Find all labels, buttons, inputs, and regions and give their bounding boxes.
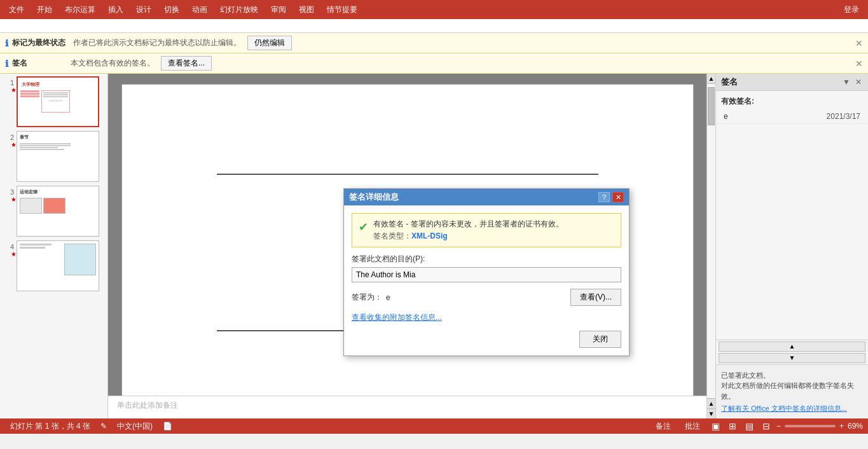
edit-icon: ✎	[95, 422, 112, 431]
view-signature-button[interactable]: 查看签名...	[161, 56, 212, 71]
status-right: 备注 批注 ▣ ⊞ ▤ ⊟ − + 69%	[651, 420, 863, 432]
dialog-title-buttons: ? ✕	[598, 192, 624, 202]
slide-num-3: 3	[3, 186, 14, 196]
view-normal-button[interactable]: ▣	[709, 420, 722, 432]
slide-star-3: ★	[11, 196, 17, 203]
sig-panel-title: 签名	[721, 76, 738, 88]
slide-image-1[interactable]: 大学物理 CONTENTS	[17, 76, 99, 127]
close-infobar2-button[interactable]: ✕	[855, 59, 863, 69]
sig-footer-text1: 已签署此文档。	[721, 370, 863, 381]
slide-num-1: 1	[3, 76, 14, 86]
close-infobar1-button[interactable]: ✕	[855, 38, 863, 48]
slide-note-area[interactable]: 单击此处添加备注	[108, 396, 706, 418]
view-menu[interactable]: 视图	[293, 2, 320, 18]
still-edit-button[interactable]: 仍然编辑	[247, 36, 292, 50]
sig-footer-text2: 对此文档所做的任何编辑都将使数字签名失效。	[721, 380, 863, 401]
slide-panel: 1 ★ 大学物理	[0, 74, 108, 418]
login-button[interactable]: 登录	[837, 2, 865, 18]
slide-image-2[interactable]: 章节	[17, 131, 99, 182]
review-menu[interactable]: 审阅	[265, 2, 293, 18]
zoom-slider[interactable]	[785, 425, 836, 427]
info-bar-final-state: ℹ 标记为最终状态 作者已将此演示文档标记为最终状态以防止编辑。 仍然编辑 ✕	[0, 33, 868, 53]
divider-top	[217, 174, 598, 175]
start-menu[interactable]: 开始	[31, 2, 59, 18]
signer-label: 签署为：	[352, 292, 382, 303]
zoom-value: 69%	[848, 422, 863, 431]
view-grid-button[interactable]: ⊞	[726, 420, 739, 432]
menu-bar: 文件 开始 布尔运算 插入 设计 切换 动画 幻灯片放映 审阅 视图 情节提要 …	[0, 0, 868, 19]
storyboard-menu[interactable]: 情节提要	[320, 2, 364, 18]
info-icon-1: ℹ	[5, 38, 8, 48]
signer-row: 签署为： e 查看(V)...	[352, 289, 621, 306]
dialog-sig-type: 签名类型：XML-DSig	[373, 231, 563, 242]
sig-panel-header: 签名 ▼ ✕	[716, 74, 868, 91]
sig-scroll-up-btn[interactable]: ▲	[719, 342, 865, 352]
slide-thumb-3[interactable]: 3 ★ 运动定律	[3, 186, 105, 237]
sig-type-value: XML-DSig	[411, 231, 448, 240]
slide-image-3[interactable]: 运动定律	[17, 186, 99, 237]
check-icon: ✔	[359, 220, 368, 234]
signature-panel: 签名 ▼ ✕ 有效签名: e 2021/3/17 ▲ ▼ 已签署此文档。 对此文…	[715, 74, 868, 418]
scroll-arrow-down[interactable]: ▼	[707, 408, 715, 418]
sig-item-1[interactable]: e 2021/3/17	[716, 109, 868, 124]
sig-panel-close-button[interactable]: ✕	[854, 76, 863, 88]
note-placeholder: 单击此处添加备注	[117, 401, 178, 410]
slide-thumb-1[interactable]: 1 ★ 大学物理	[3, 76, 105, 127]
view-certificate-button[interactable]: 查看(V)...	[570, 289, 621, 306]
dialog-info-box: ✔ 有效签名 - 签署的内容未更改，并且签署者的证书有效。 签名类型：XML-D…	[352, 213, 621, 247]
dialog-title: 签名详细信息	[349, 191, 399, 203]
scroll-arrow-up2[interactable]: ▲	[707, 398, 715, 408]
sig-item-date: 2021/3/17	[827, 112, 860, 121]
calculate-menu[interactable]: 布尔运算	[59, 2, 102, 18]
signature-detail-dialog[interactable]: 签名详细信息 ? ✕ ✔ 有效签名 - 签署的内容未更改，并且签署者的证书有效。	[343, 188, 630, 356]
signer-value: e	[386, 293, 567, 302]
cut-menu[interactable]: 切换	[158, 2, 186, 18]
dialog-help-button[interactable]: ?	[598, 192, 610, 202]
sig-footer-link[interactable]: 了解有关 Office 文档中签名的详细信息...	[721, 404, 863, 413]
canvas-wrapper: 内容概要 CONTENTS 签名详细信息 ? ✕	[108, 74, 715, 418]
slide-info: 幻灯片 第 1 张，共 4 张	[5, 421, 95, 432]
status-bar: 幻灯片 第 1 张，共 4 张 ✎ 中文(中国) 📄 备注 批注 ▣ ⊞ ▤ ⊟…	[0, 418, 868, 434]
slide-image-4[interactable]	[17, 240, 99, 291]
sig-panel-dropdown-button[interactable]: ▼	[841, 76, 851, 88]
design-menu[interactable]: 设计	[130, 2, 158, 18]
info-bar-signature: ℹ 签名 本文档包含有效的签名。 查看签名... ✕	[0, 53, 868, 74]
info-title-1: 标记为最终状态	[12, 38, 65, 48]
dialog-footer: 关闭	[352, 331, 621, 348]
ribbon	[0, 19, 868, 33]
doc-icon: 📄	[158, 422, 177, 431]
scroll-up-button[interactable]: ▲	[707, 74, 715, 84]
info-text-1: 作者已将此演示文档标记为最终状态以防止编辑。	[73, 38, 241, 48]
slide-star-1: ★	[11, 86, 17, 93]
slide-star-4: ★	[11, 251, 17, 258]
sig-panel-controls: ▼ ✕	[841, 76, 863, 88]
view-list-button[interactable]: ▤	[743, 420, 756, 432]
mini-title-2: 章节	[20, 134, 96, 141]
mini-title-1: 大学物理	[20, 80, 41, 89]
file-menu[interactable]: 文件	[3, 2, 31, 18]
insert-menu[interactable]: 插入	[102, 2, 130, 18]
purpose-input[interactable]	[352, 267, 621, 282]
slideshow-menu[interactable]: 幻灯片放映	[214, 2, 265, 18]
view-outline-button[interactable]: ⊟	[760, 420, 773, 432]
zoom-plus: +	[839, 422, 844, 431]
dialog-valid-text: 有效签名 - 签署的内容未更改，并且签署者的证书有效。	[373, 219, 563, 230]
canvas-vertical-scrollbar[interactable]: ▲ ▲ ▼	[706, 74, 715, 418]
note-label[interactable]: 批注	[680, 421, 705, 432]
dialog-titlebar: 签名详细信息 ? ✕	[344, 189, 629, 205]
dialog-close-button[interactable]: 关闭	[579, 331, 621, 348]
scroll-track	[707, 84, 715, 398]
slide-num-4: 4	[3, 240, 14, 251]
sig-panel-footer: 已签署此文档。 对此文档所做的任何编辑都将使数字签名失效。 了解有关 Offic…	[716, 364, 868, 419]
scroll-thumb[interactable]	[708, 87, 715, 125]
animate-menu[interactable]: 动画	[186, 2, 214, 18]
comment-label[interactable]: 备注	[651, 421, 676, 432]
purpose-label: 签署此文档的目的(P):	[352, 254, 621, 265]
additional-sig-info-link[interactable]: 查看收集的附加签名信息...	[352, 312, 621, 323]
slide-thumb-4[interactable]: 4 ★	[3, 240, 105, 291]
slide-thumb-2[interactable]: 2 ★ 章节	[3, 131, 105, 182]
canvas-area: 内容概要 CONTENTS 签名详细信息 ? ✕	[108, 74, 706, 418]
sig-scroll-down-btn[interactable]: ▼	[719, 353, 865, 363]
info-text-2: 本文档包含有效的签名。	[71, 58, 155, 69]
dialog-close-x-button[interactable]: ✕	[612, 192, 624, 202]
